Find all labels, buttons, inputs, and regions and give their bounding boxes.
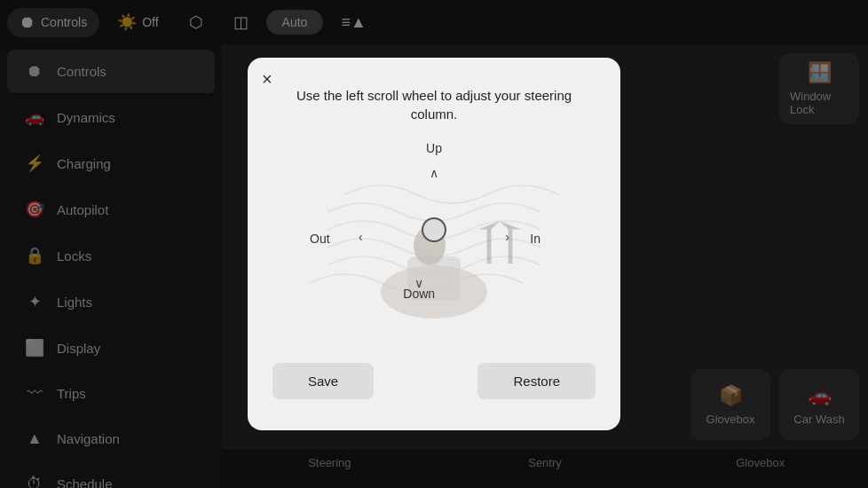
modal-action-buttons: Save Restore bbox=[272, 363, 596, 399]
restore-button[interactable]: Restore bbox=[477, 363, 596, 399]
chevron-down-icon: ∨ bbox=[414, 276, 423, 290]
chevron-up-icon: ∧ bbox=[430, 166, 438, 180]
modal-instruction: Use the left scroll wheel to adjust your… bbox=[272, 86, 596, 123]
direction-out: Out bbox=[310, 232, 330, 246]
chevron-left-icon: ‹ bbox=[359, 230, 363, 244]
save-button[interactable]: Save bbox=[272, 363, 374, 399]
steering-modal: × Use the left scroll wheel to adjust yo… bbox=[248, 58, 620, 430]
direction-in: In bbox=[530, 232, 541, 246]
modal-overlay: × Use the left scroll wheel to adjust yo… bbox=[0, 0, 868, 488]
close-button[interactable]: × bbox=[262, 70, 272, 88]
direction-up: Up bbox=[426, 141, 442, 155]
scroll-wheel bbox=[422, 217, 446, 242]
steering-diagram: Up Out In Down ∧ ∨ ‹ › bbox=[310, 141, 558, 336]
chevron-right-icon: › bbox=[505, 230, 509, 244]
